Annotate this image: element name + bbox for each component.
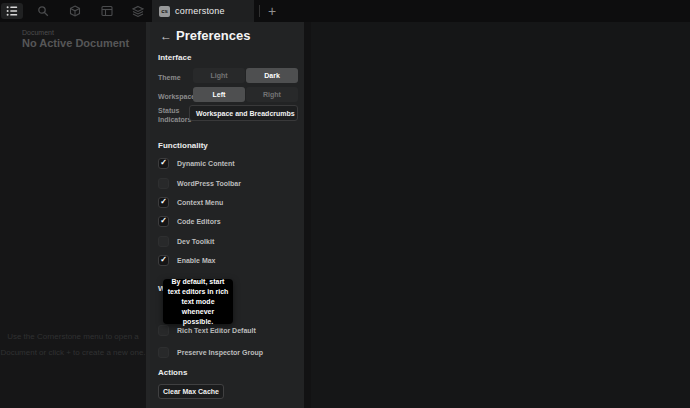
section-interface: Interface [158, 53, 191, 62]
tooltip-text: By default, start text editors in rich t… [166, 277, 230, 327]
page-title: Preferences [176, 28, 250, 43]
cornerstone-logo-icon: cs [159, 6, 170, 17]
list-icon[interactable] [1, 3, 23, 19]
layout-icon[interactable] [96, 3, 118, 19]
checkbox-label: Preserve Inspector Group [177, 349, 263, 356]
no-active-document-title: No Active Document [22, 37, 129, 49]
layers-icon[interactable] [127, 3, 149, 19]
workspace-left-button[interactable]: Left [193, 87, 245, 102]
search-icon[interactable] [32, 3, 54, 19]
sidebar-hint-line1: Use the Cornerstone menu to open a [0, 329, 146, 345]
cube-icon[interactable] [64, 3, 86, 19]
checkbox-label: Dynamic Content [177, 160, 235, 167]
empty-canvas [311, 22, 690, 408]
checkbox-row-enable-max: Enable Max [158, 254, 216, 266]
checkbox-row-dev-toolkit: Dev Toolkit [158, 235, 214, 247]
checkbox-row-dynamic-content: Dynamic Content [158, 157, 235, 169]
checkbox[interactable] [158, 197, 169, 208]
status-indicators-value: Workspace and Breadcrumbs [196, 110, 295, 117]
checkbox-row-wordpress-toolbar: WordPress Toolbar [158, 177, 241, 189]
checkbox[interactable] [158, 255, 169, 266]
checkbox-row-context-menu: Context Menu [158, 196, 223, 208]
document-sidebar: Document No Active Document Use the Corn… [0, 22, 146, 408]
theme-dark-button[interactable]: Dark [246, 68, 298, 83]
checkbox[interactable] [158, 158, 169, 169]
sidebar-hint: Use the Cornerstone menu to open a Docum… [0, 329, 146, 361]
preferences-panel: ← Preferences Interface Theme Light Dark… [150, 22, 304, 408]
top-bar: cs cornerstone + [0, 0, 690, 22]
theme-light-button[interactable]: Light [193, 68, 245, 83]
status-label-line2: Indicators [158, 115, 191, 124]
checkbox-label: Code Editors [177, 218, 221, 225]
checkbox[interactable] [158, 178, 169, 189]
checkbox-row-code-editors: Code Editors [158, 215, 221, 227]
document-kicker: Document [22, 29, 54, 36]
checkbox-label: Context Menu [177, 199, 223, 206]
workspace-segmented-control: Left Right [193, 87, 298, 102]
checkbox-label: WordPress Toolbar [177, 180, 241, 187]
rich-text-tooltip: By default, start text editors in rich t… [163, 279, 233, 324]
tab-label: cornerstone [175, 6, 225, 16]
workspace-right-button[interactable]: Right [246, 87, 298, 102]
panel-scrollbar[interactable] [304, 22, 311, 408]
status-indicators-select[interactable]: Workspace and Breadcrumbs [189, 105, 298, 121]
clear-max-cache-button[interactable]: Clear Max Cache [158, 384, 224, 399]
checkbox[interactable] [158, 236, 169, 247]
new-tab-button[interactable]: + [263, 0, 281, 22]
status-label-line1: Status [158, 106, 191, 115]
status-indicators-label: Status Indicators [158, 106, 191, 124]
section-actions: Actions [158, 368, 187, 377]
checkbox[interactable] [158, 216, 169, 227]
tab-cornerstone[interactable]: cs cornerstone [152, 0, 254, 22]
app-window: cs cornerstone + Document No Active Docu… [0, 0, 690, 408]
theme-label: Theme [158, 73, 181, 82]
tab-divider [259, 5, 260, 17]
checkbox-row-preserve-inspector-group: Preserve Inspector Group [158, 346, 263, 358]
theme-segmented-control: Light Dark [193, 68, 298, 83]
checkbox-label: Rich Text Editor Default [177, 327, 256, 334]
workspace-label: Workspace [158, 92, 195, 101]
checkbox-label: Dev Toolkit [177, 238, 214, 245]
back-arrow-icon[interactable]: ← [160, 29, 172, 43]
checkbox-label: Enable Max [177, 257, 216, 264]
section-functionality: Functionality [158, 141, 208, 150]
sidebar-hint-line2: Document or click + to create a new one. [0, 345, 146, 361]
checkbox[interactable] [158, 347, 169, 358]
